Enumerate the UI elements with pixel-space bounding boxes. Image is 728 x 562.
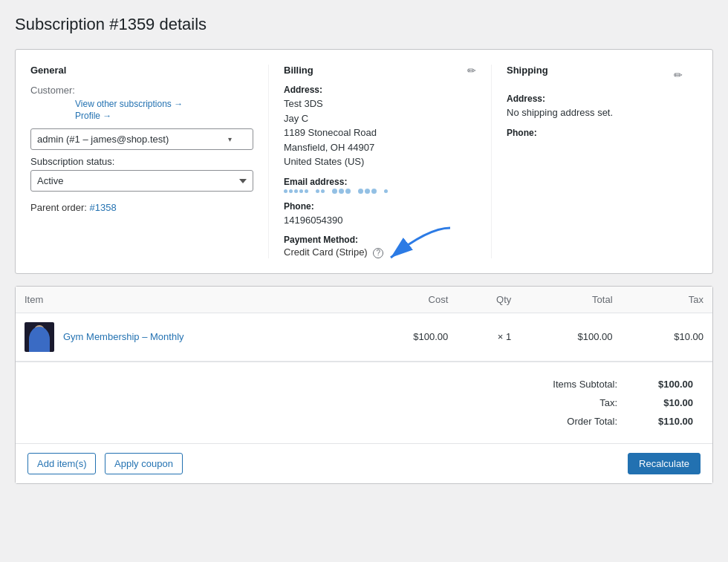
billing-edit-icon[interactable]: ✏ bbox=[467, 65, 476, 76]
dot bbox=[365, 189, 370, 194]
order-total-label: Order Total: bbox=[134, 413, 626, 430]
product-name-link[interactable]: Gym Membership – Monthly bbox=[63, 331, 184, 342]
dot bbox=[289, 189, 293, 193]
col-total-header: Total bbox=[520, 287, 621, 313]
item-tax-cell: $10.00 bbox=[622, 313, 712, 361]
chevron-down-icon: ▾ bbox=[228, 135, 232, 143]
payment-method-help-icon[interactable]: ? bbox=[373, 248, 383, 258]
shipping-phone-label: Phone: bbox=[507, 128, 683, 138]
dot bbox=[384, 189, 388, 193]
thumbnail-body bbox=[29, 327, 50, 352]
recalculate-button[interactable]: Recalculate bbox=[628, 453, 701, 474]
subscription-status-select[interactable]: Active Pending On hold Cancelled Pending… bbox=[30, 170, 253, 192]
items-card: Item Cost Qty Total Tax Gy bbox=[15, 286, 713, 484]
shipping-section-title: Shipping bbox=[507, 65, 548, 76]
address-line5: United States (US) bbox=[284, 156, 364, 167]
item-cost-cell: $100.00 bbox=[356, 313, 457, 361]
tax-label: Tax: bbox=[134, 394, 626, 411]
customer-select[interactable]: admin (#1 – james@shop.test) ▾ bbox=[30, 128, 253, 150]
general-section: General Customer: View other subscriptio… bbox=[30, 65, 268, 258]
address-line1: Test 3DS bbox=[284, 98, 323, 109]
footer-actions: Add item(s) Apply coupon Recalculate bbox=[16, 443, 712, 483]
dot bbox=[316, 189, 319, 193]
customer-label: Customer: bbox=[30, 85, 75, 96]
billing-section: Billing ✏ Address: Test 3DS Jay C 1189 S… bbox=[268, 65, 491, 258]
items-table: Item Cost Qty Total Tax Gy bbox=[16, 287, 712, 362]
payment-method-label: Payment Method: bbox=[284, 235, 476, 245]
add-items-button[interactable]: Add item(s) bbox=[27, 453, 96, 474]
totals-table: Items Subtotal: $100.00 Tax: $10.00 Orde… bbox=[25, 374, 703, 431]
email-address-obfuscated bbox=[284, 189, 476, 194]
subscription-status-label: Subscription status: bbox=[30, 156, 253, 167]
customer-select-wrapper: admin (#1 – james@shop.test) ▾ bbox=[30, 128, 253, 150]
dot bbox=[294, 189, 298, 193]
payment-method-value: Credit Card (Stripe) bbox=[284, 246, 368, 258]
profile-link[interactable]: Profile → bbox=[75, 111, 111, 121]
dot bbox=[371, 189, 377, 194]
dot bbox=[284, 189, 287, 193]
annotation-arrow bbox=[368, 224, 458, 269]
view-other-subscriptions-link[interactable]: View other subscriptions → bbox=[75, 99, 183, 109]
product-cell: Gym Membership – Monthly bbox=[25, 322, 347, 352]
parent-order-label: Parent order: bbox=[30, 202, 87, 213]
billing-phone-value: 14196054390 bbox=[284, 213, 476, 228]
table-row: Gym Membership – Monthly $100.00 × 1 $10… bbox=[16, 313, 712, 361]
billing-section-title: Billing bbox=[284, 65, 313, 76]
subtotal-value: $100.00 bbox=[628, 376, 702, 393]
payment-method-row: Credit Card (Stripe) ? bbox=[284, 246, 383, 258]
shipping-section: Shipping ✏ Address: No shipping address … bbox=[491, 65, 698, 258]
customer-links: View other subscriptions → Profile → bbox=[75, 99, 253, 121]
customer-select-value: admin (#1 – james@shop.test) bbox=[37, 134, 169, 145]
dot bbox=[358, 189, 363, 194]
item-total-cell: $100.00 bbox=[520, 313, 621, 361]
dot bbox=[332, 189, 337, 194]
page-title: Subscription #1359 details bbox=[15, 15, 713, 34]
customer-row: Customer: bbox=[30, 85, 253, 96]
shipping-address-value: No shipping address set. bbox=[507, 105, 683, 120]
billing-address-label: Address: bbox=[284, 85, 476, 95]
shipping-content: Address: No shipping address set. Phone: bbox=[507, 94, 683, 138]
shipping-address-label: Address: bbox=[507, 94, 683, 104]
billing-address: Test 3DS Jay C 1189 Stonecoal Road Mansf… bbox=[284, 97, 476, 169]
dot bbox=[345, 189, 351, 194]
dot bbox=[339, 189, 344, 194]
item-qty-cell: × 1 bbox=[457, 313, 520, 361]
col-tax-header: Tax bbox=[622, 287, 712, 313]
item-name-cell: Gym Membership – Monthly bbox=[16, 313, 356, 361]
address-line3: 1189 Stonecoal Road bbox=[284, 127, 377, 138]
tax-value: $10.00 bbox=[628, 394, 702, 411]
apply-coupon-button[interactable]: Apply coupon bbox=[105, 453, 183, 474]
address-line2: Jay C bbox=[284, 113, 308, 124]
parent-order-link[interactable]: #1358 bbox=[90, 202, 117, 213]
address-line4: Mansfield, OH 44907 bbox=[284, 142, 374, 153]
shipping-edit-icon[interactable]: ✏ bbox=[674, 69, 683, 81]
billing-email-label: Email address: bbox=[284, 177, 476, 187]
product-thumbnail bbox=[25, 322, 54, 352]
parent-order-row: Parent order: #1358 bbox=[30, 202, 253, 213]
totals-section: Items Subtotal: $100.00 Tax: $10.00 Orde… bbox=[16, 362, 712, 443]
general-section-title: General bbox=[30, 65, 253, 76]
left-actions: Add item(s) Apply coupon bbox=[27, 453, 189, 474]
shipping-header: Shipping ✏ bbox=[507, 65, 683, 85]
col-qty-header: Qty bbox=[457, 287, 520, 313]
col-cost-header: Cost bbox=[356, 287, 457, 313]
order-total-row: Order Total: $110.00 bbox=[26, 413, 702, 430]
items-table-header: Item Cost Qty Total Tax bbox=[16, 287, 712, 313]
dot bbox=[321, 189, 325, 193]
col-item-header: Item bbox=[16, 287, 356, 313]
billing-phone-label: Phone: bbox=[284, 201, 476, 212]
dot bbox=[305, 189, 308, 193]
subtotal-row: Items Subtotal: $100.00 bbox=[26, 376, 702, 393]
subtotal-label: Items Subtotal: bbox=[134, 376, 626, 393]
order-total-value: $110.00 bbox=[628, 413, 702, 430]
dot bbox=[299, 189, 303, 193]
tax-row: Tax: $10.00 bbox=[26, 394, 702, 411]
